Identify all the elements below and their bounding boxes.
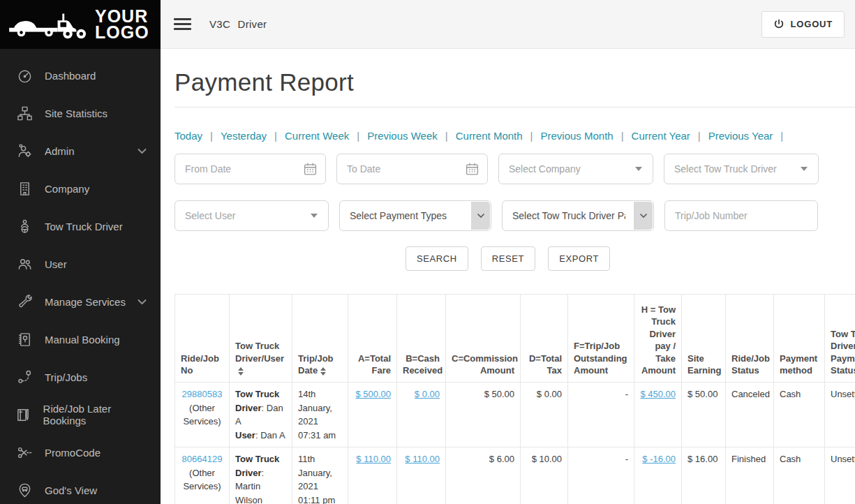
- quicklink-yesterday[interactable]: Yesterday: [221, 130, 267, 142]
- chevron-down-icon: [137, 144, 147, 157]
- total-fare-link[interactable]: $ 500.00: [355, 389, 391, 399]
- col-driver-payment-status: Tow Truck Driver Payment Status: [825, 295, 855, 383]
- cash-received-cell: $ 0.00: [397, 383, 446, 447]
- to-date-input[interactable]: [336, 154, 488, 184]
- admin-user-gear-icon: [15, 142, 34, 160]
- search-button[interactable]: SEARCH: [406, 246, 468, 271]
- sidebar-item-manual-booking[interactable]: Manual Booking: [0, 320, 161, 358]
- driver-pay-cell: $ 450.00: [634, 383, 682, 447]
- cash-received-link[interactable]: $ 110.00: [405, 454, 440, 464]
- ride-job-no-link[interactable]: 29880583: [182, 389, 223, 399]
- to-date-field[interactable]: [347, 163, 477, 175]
- action-buttons: SEARCH RESET EXPORT: [174, 246, 855, 271]
- quicklink-current-month[interactable]: Current Month: [456, 130, 523, 142]
- brand-logo[interactable]: YOUR LOGO: [0, 0, 161, 49]
- col-ride-job-status: Ride/Job Status: [726, 295, 774, 383]
- col-total-tax: D=Total Tax: [521, 295, 568, 383]
- hamburger-menu-icon[interactable]: [174, 17, 193, 32]
- trip-job-number-field[interactable]: [675, 210, 808, 221]
- payment-method-cell: Cash: [774, 447, 825, 504]
- quicklink-previous-week[interactable]: Previous Week: [367, 130, 438, 142]
- col-total-fare: A=Total Fare: [348, 295, 397, 383]
- sidebar-item-company[interactable]: Company: [0, 170, 161, 207]
- wrench-icon: [15, 292, 34, 311]
- driver-payment-status-cell: Unsettled: [825, 383, 855, 447]
- quick-date-links: Today|Yesterday|Current Week|Previous We…: [174, 130, 855, 142]
- col-outstanding-amount: F=Trip/Job Outstanding Amount: [568, 295, 634, 383]
- brand-logo-text: YOUR LOGO: [95, 8, 149, 40]
- quicklink-current-year[interactable]: Current Year: [632, 130, 690, 142]
- commission-cell: $ 50.00: [446, 383, 521, 447]
- total-fare-link[interactable]: $ 110.00: [356, 454, 391, 464]
- caret-down-icon: [635, 167, 642, 171]
- sidebar-item-tow-truck-driver[interactable]: Tow Truck Driver: [0, 207, 161, 245]
- sidebar-item-dashboard[interactable]: Dashboard: [0, 57, 161, 94]
- sidebar-nav: Dashboard Site Statistics Admin: [0, 49, 161, 504]
- payment-report-table: Ride/Job No Tow Truck Driver/User Trip/J…: [174, 294, 855, 504]
- select-payment-types-dropdown[interactable]: Select Payment Types: [339, 200, 491, 231]
- quicklink-today[interactable]: Today: [174, 130, 202, 142]
- driver-user-cell: Tow Truck Driver: Martin Wilson: [230, 447, 292, 504]
- sidebar-item-manage-services[interactable]: Manage Services: [0, 283, 161, 320]
- export-button[interactable]: EXPORT: [548, 246, 610, 271]
- reset-button[interactable]: RESET: [481, 246, 535, 271]
- title-divider: [174, 107, 855, 108]
- payment-report-table-wrap: Ride/Job No Tow Truck Driver/User Trip/J…: [174, 294, 855, 504]
- col-payment-method: Payment method: [774, 295, 825, 383]
- tax-cell: $ 10.00: [521, 447, 568, 504]
- table-row: 29880583 (Other Services) Tow Truck Driv…: [175, 383, 855, 447]
- logout-button[interactable]: LOGOUT: [761, 11, 845, 38]
- trip-job-date-cell: 14th January, 2021 07:31 am: [292, 383, 348, 447]
- col-tow-truck-driver-user[interactable]: Tow Truck Driver/User: [230, 295, 292, 383]
- col-ride-job-no: Ride/Job No: [175, 295, 230, 383]
- quicklink-previous-month[interactable]: Previous Month: [540, 130, 613, 142]
- from-date-input[interactable]: [174, 154, 326, 184]
- driver-pay-link[interactable]: $ -16.00: [642, 454, 676, 464]
- ride-job-no-cell: 80664129 (Other Services): [175, 447, 230, 504]
- driver-steering-wheel-icon: [15, 217, 34, 235]
- caret-down-icon: [311, 214, 318, 218]
- from-date-field[interactable]: [185, 163, 315, 175]
- select-chevron-icon: [634, 202, 653, 230]
- col-site-earning: Site Earning: [682, 295, 726, 383]
- quicklink-previous-year[interactable]: Previous Year: [708, 130, 773, 142]
- sidebar: YOUR LOGO Dashboard Site Statistics: [0, 0, 161, 504]
- driver-pay-link[interactable]: $ 450.00: [640, 389, 676, 399]
- driver-user-cell: Tow Truck Driver: Dan AUser: Dan A: [230, 383, 292, 447]
- payment-method-cell: Cash: [774, 383, 825, 447]
- col-trip-job-date[interactable]: Trip/Job Date: [292, 295, 348, 383]
- sidebar-item-promocode[interactable]: PromoCode: [0, 433, 161, 471]
- calendar-icon[interactable]: [303, 162, 318, 177]
- sidebar-item-admin[interactable]: Admin: [0, 132, 161, 170]
- chevron-down-icon: [137, 295, 147, 308]
- sidebar-item-site-statistics[interactable]: Site Statistics: [0, 94, 161, 132]
- select-user-dropdown[interactable]: Select User: [174, 200, 329, 231]
- sidebar-item-ride-job-later-bookings[interactable]: Ride/Job Later Bookings: [0, 396, 161, 433]
- users-group-icon: [15, 255, 34, 273]
- select-tow-truck-driver-dropdown[interactable]: Select Tow Truck Driver: [664, 154, 819, 184]
- trip-job-number-input[interactable]: [664, 200, 818, 231]
- notebook-pin-icon: [15, 330, 34, 348]
- select-driver-payment-status-dropdown[interactable]: Select Tow Truck Driver Paym: [502, 200, 654, 231]
- table-row: 80664129 (Other Services) Tow Truck Driv…: [175, 447, 855, 504]
- select-company-dropdown[interactable]: Select Company: [498, 154, 653, 184]
- route-pin-icon: [15, 368, 34, 386]
- ride-job-no-link[interactable]: 80664129: [182, 454, 223, 464]
- cash-received-link[interactable]: $ 0.00: [415, 389, 440, 399]
- cash-received-cell: $ 110.00: [397, 447, 446, 504]
- filter-row-1: Select Company Select Tow Truck Driver: [174, 154, 855, 184]
- app-window: YOUR LOGO Dashboard Site Statistics: [0, 0, 855, 504]
- quicklink-current-week[interactable]: Current Week: [285, 130, 349, 142]
- filter-row-2: Select User Select Payment Types Select …: [174, 200, 855, 231]
- sidebar-item-gods-view[interactable]: God's View: [0, 471, 161, 504]
- total-fare-cell: $ 110.00: [348, 447, 397, 504]
- sidebar-item-trip-jobs[interactable]: Trip/Jobs: [0, 358, 161, 396]
- content: Payment Report Today|Yesterday|Current W…: [161, 49, 855, 504]
- sidebar-item-user[interactable]: User: [0, 245, 161, 283]
- sitemap-icon: [15, 104, 34, 122]
- tow-truck-logo-icon: [6, 6, 94, 43]
- ride-status-cell: Finished: [726, 447, 774, 504]
- caret-down-icon: [801, 167, 808, 171]
- calendar-icon[interactable]: [465, 162, 479, 177]
- sort-icon: [238, 367, 244, 376]
